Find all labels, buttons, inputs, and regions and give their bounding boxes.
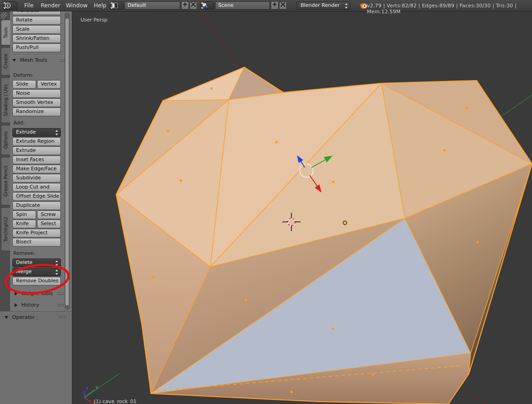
delete-dropdown[interactable]: Delete <box>12 259 61 267</box>
weight-tools-panel-header[interactable]: Weight Tools <box>15 291 53 296</box>
close-icon <box>280 2 285 7</box>
toolshelf-tab-column: Tools Create Shading / UVs Options Greas… <box>0 11 10 311</box>
menu-window[interactable]: Window <box>66 2 87 9</box>
mesh-tools-panel-header[interactable]: Mesh Tools <box>12 57 47 63</box>
close-icon <box>191 2 196 7</box>
collapse-arrow-icon <box>15 292 17 296</box>
area-corner-grip[interactable] <box>0 11 8 20</box>
collapse-arrow-icon <box>12 59 16 62</box>
collapse-arrow-icon <box>15 303 17 307</box>
tool-shelf: Translate Rotate Scale Shrink/Fatten Pus… <box>10 11 72 311</box>
slide-edge-button[interactable]: Slide Ed <box>12 80 36 89</box>
extrude-region-button[interactable]: Extrude Region <box>12 137 61 146</box>
screen-layout-name-field[interactable]: Default <box>124 1 180 10</box>
viewport-3d[interactable]: z y x User Persp (1) cave_rock_01 <box>72 11 532 404</box>
tab-options[interactable]: Options <box>1 125 10 155</box>
gizmo-y-label: y <box>96 385 98 389</box>
panel-grip-icon[interactable] <box>57 303 64 307</box>
shrink-fatten-button[interactable]: Shrink/Fatten <box>12 34 61 43</box>
scene-name-field[interactable]: Scene <box>215 1 270 10</box>
remove-doubles-button[interactable]: Remove Doubles <box>12 277 61 285</box>
remove-label: Remove: <box>13 250 35 256</box>
deform-label: Deform: <box>13 72 34 78</box>
merge-dropdown[interactable]: Merge <box>12 268 61 276</box>
menu-file[interactable]: File <box>24 2 33 9</box>
toolshelf-scrollbar[interactable] <box>64 12 70 310</box>
history-panel-header[interactable]: History <box>15 302 39 308</box>
vertex-slide-button[interactable]: Vertex <box>37 80 61 89</box>
dropdown-arrows-icon <box>345 3 348 9</box>
knife-select-button[interactable]: Select <box>37 220 61 228</box>
extrude-dropdown[interactable]: Extrude <box>12 128 61 137</box>
noise-button[interactable]: Noise <box>12 89 61 98</box>
editor-type-selector[interactable] <box>3 1 17 10</box>
extrude-individual-button[interactable]: Extrude Individual <box>12 146 61 155</box>
delete-layout-button[interactable] <box>189 1 197 10</box>
dropdown-arrows-icon <box>55 260 59 266</box>
active-object-label: (1) cave_rock_01 <box>94 399 137 404</box>
render-engine-dropdown[interactable]: Blender Render <box>296 1 350 10</box>
loop-cut-slide-button[interactable]: Loop Cut and Slide <box>12 183 61 192</box>
info-header: File Render Window Help Default Scene <box>0 0 532 11</box>
knife-project-button[interactable]: Knife Project <box>12 229 61 237</box>
tab-grease-pencil[interactable]: Grease Pencil <box>1 157 10 205</box>
translate-button[interactable]: Translate <box>12 11 61 15</box>
dropdown-arrows-icon <box>55 130 59 135</box>
operator-panel: Operator <box>0 311 72 404</box>
panel-grip-icon[interactable] <box>59 315 65 319</box>
duplicate-button[interactable]: Duplicate <box>12 201 61 210</box>
collapse-arrow-icon <box>5 316 8 319</box>
selector-arrows-icon <box>209 3 212 8</box>
screw-button[interactable]: Screw <box>37 210 61 219</box>
subdivide-button[interactable]: Subdivide <box>12 174 61 183</box>
operator-panel-header[interactable]: Operator <box>5 314 35 320</box>
add-label: Add: <box>13 120 25 126</box>
inset-faces-button[interactable]: Inset Faces <box>12 156 61 164</box>
smooth-vertex-button[interactable]: Smooth Vertex <box>12 98 61 107</box>
blender-window: File Render Window Help Default Scene <box>0 0 532 404</box>
menu-help[interactable]: Help <box>94 2 106 9</box>
push-pull-button[interactable]: Push/Pull <box>12 43 61 52</box>
scrollbar-thumb[interactable] <box>65 18 70 306</box>
unlink-scene-button[interactable] <box>279 1 287 10</box>
tab-shading-uvs[interactable]: Shading / UVs <box>1 77 10 123</box>
tab-tools[interactable]: Tools <box>1 20 10 45</box>
offset-edge-slide-button[interactable]: Offset Edge Slide <box>12 192 61 201</box>
scale-button[interactable]: Scale <box>12 25 61 34</box>
screen-layout-icon-button[interactable] <box>110 1 124 10</box>
blender-logo <box>359 1 368 10</box>
object-origin-dot <box>343 221 347 225</box>
render-engine-value: Blender Render <box>301 2 339 8</box>
plus-icon <box>183 2 188 7</box>
randomize-button[interactable]: Randomize <box>12 108 61 116</box>
scene-icon-button[interactable] <box>200 1 214 10</box>
dropdown-arrows-icon <box>55 269 59 275</box>
panel-separator <box>11 54 69 55</box>
selector-arrows-icon <box>118 3 122 8</box>
selector-arrows-icon <box>12 3 16 8</box>
add-layout-button[interactable] <box>181 1 189 10</box>
add-scene-button[interactable] <box>271 1 279 10</box>
knife-button[interactable]: Knife <box>12 220 36 228</box>
scene-statistics: v2.79 | Verts:82/82 | Edges:89/89 | Face… <box>367 3 532 15</box>
bisect-button[interactable]: Bisect <box>12 238 61 247</box>
make-edge-face-button[interactable]: Make Edge/Face <box>12 165 61 173</box>
menu-render[interactable]: Render <box>41 2 60 9</box>
plus-icon <box>272 2 277 7</box>
spin-button[interactable]: Spin <box>12 210 36 219</box>
tab-torchlight2[interactable]: Torchlight2 <box>1 207 10 251</box>
rotate-button[interactable]: Rotate <box>12 16 61 25</box>
gizmo-z-label: z <box>86 386 88 390</box>
view-name-label: User Persp <box>81 17 107 23</box>
tab-create[interactable]: Create <box>1 47 10 75</box>
panel-grip-icon[interactable] <box>57 292 64 296</box>
